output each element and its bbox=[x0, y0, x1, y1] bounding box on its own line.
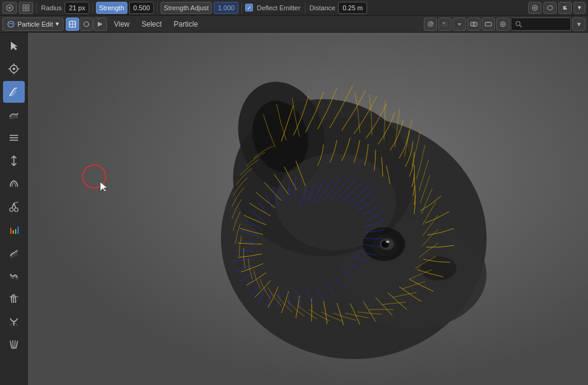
editor-type-button[interactable] bbox=[2, 2, 17, 14]
svg-point-50 bbox=[317, 213, 318, 215]
strength-section: Strength 0.500 bbox=[96, 2, 154, 14]
mode-chevron: ▾ bbox=[56, 20, 59, 28]
svg-point-52 bbox=[341, 219, 342, 221]
select-tool[interactable] bbox=[3, 35, 25, 57]
overlay-button[interactable] bbox=[467, 18, 481, 31]
svg-point-30 bbox=[10, 208, 13, 212]
view-menu[interactable]: View bbox=[109, 18, 135, 31]
svg-point-60 bbox=[311, 244, 312, 245]
particle-menu[interactable]: Particle bbox=[169, 18, 203, 31]
divider-3 bbox=[157, 2, 158, 13]
svg-rect-3 bbox=[27, 5, 29, 7]
deflect-emitter-checkbox[interactable]: ✓ bbox=[245, 4, 253, 11]
gravity-tool[interactable] bbox=[3, 334, 25, 355]
smooth-tool[interactable] bbox=[3, 104, 25, 126]
workspace-button[interactable] bbox=[19, 2, 33, 14]
app-icons bbox=[2, 2, 33, 14]
add-tool[interactable] bbox=[3, 127, 25, 149]
viewport-shading-look[interactable] bbox=[438, 18, 452, 31]
shading-button[interactable] bbox=[558, 2, 572, 14]
display-icon-3[interactable] bbox=[94, 18, 107, 31]
svg-point-12 bbox=[442, 21, 448, 27]
svg-rect-4 bbox=[23, 8, 25, 11]
svg-point-58 bbox=[353, 250, 354, 251]
svg-point-19 bbox=[516, 21, 520, 25]
svg-point-48 bbox=[386, 241, 389, 243]
display-icon-1[interactable] bbox=[66, 18, 79, 31]
mode-label: Particle Edit bbox=[18, 21, 53, 28]
search-bar[interactable] bbox=[511, 18, 571, 31]
comb-tool[interactable] bbox=[3, 81, 25, 103]
top-toolbar: Radius 21 px Strength 0.500 Strength Adj… bbox=[0, 0, 588, 16]
svg-point-1 bbox=[8, 7, 11, 9]
radius-section: Radius 21 px bbox=[40, 2, 89, 14]
cursor-tool[interactable] bbox=[3, 58, 25, 80]
distance-label: Distance bbox=[308, 4, 337, 11]
mode-dropdown[interactable]: Particle Edit ▾ bbox=[2, 18, 63, 31]
strength-adjust-button[interactable]: Strength Adjust bbox=[161, 2, 212, 14]
viewport-shading-solid[interactable] bbox=[424, 18, 437, 31]
deflect-emitter-section[interactable]: ✓ Deflect Emitter bbox=[245, 4, 301, 11]
svg-point-13 bbox=[443, 22, 445, 24]
svg-point-54 bbox=[365, 225, 366, 227]
radius-label: Radius bbox=[40, 4, 63, 11]
length-tool[interactable] bbox=[3, 150, 25, 172]
svg-point-51 bbox=[329, 225, 330, 227]
viewport[interactable] bbox=[28, 33, 588, 385]
delete-tool[interactable] bbox=[3, 288, 25, 309]
gizmo-button[interactable] bbox=[496, 18, 510, 31]
main-area bbox=[0, 33, 588, 385]
weight-tool[interactable] bbox=[3, 219, 25, 241]
radius-value[interactable]: 21 px bbox=[65, 2, 89, 14]
svg-point-10 bbox=[84, 22, 89, 27]
distance-value[interactable]: 0.25 m bbox=[338, 2, 367, 14]
display-icons bbox=[66, 18, 107, 31]
cut-tool[interactable] bbox=[3, 196, 25, 218]
relax-tool[interactable] bbox=[3, 265, 25, 286]
distance-section: Distance 0.25 m bbox=[308, 2, 367, 14]
svg-point-53 bbox=[353, 213, 354, 215]
scene-canvas bbox=[28, 33, 588, 385]
search-expand-button[interactable]: ▾ bbox=[572, 18, 586, 31]
svg-rect-17 bbox=[485, 22, 491, 26]
straighten-tool[interactable] bbox=[3, 242, 25, 264]
xray-button[interactable] bbox=[482, 18, 495, 31]
svg-point-56 bbox=[329, 250, 330, 251]
second-toolbar: Particle Edit ▾ View Select Particle bbox=[0, 16, 588, 33]
viewport-shading-render[interactable] bbox=[453, 18, 466, 31]
svg-rect-2 bbox=[23, 5, 25, 7]
puff-tool[interactable] bbox=[3, 173, 25, 195]
divider-1 bbox=[36, 2, 37, 13]
divider-4 bbox=[241, 2, 242, 13]
options-dropdown-button[interactable]: ▾ bbox=[574, 2, 586, 14]
divider-2 bbox=[92, 2, 93, 13]
display-icon-2[interactable] bbox=[80, 18, 93, 31]
svg-point-55 bbox=[317, 238, 318, 239]
right-icons: ▾ bbox=[424, 18, 586, 31]
svg-point-59 bbox=[305, 225, 306, 227]
left-toolbar bbox=[0, 33, 28, 385]
strength-button[interactable]: Strength bbox=[96, 2, 127, 14]
merge-tool[interactable] bbox=[3, 311, 25, 332]
strength-adjust-section: Strength Adjust 1.000 bbox=[161, 2, 238, 14]
svg-point-57 bbox=[341, 244, 342, 245]
svg-point-21 bbox=[13, 68, 15, 70]
svg-point-8 bbox=[8, 21, 14, 27]
strength-value[interactable]: 0.500 bbox=[129, 2, 155, 14]
svg-point-31 bbox=[14, 208, 18, 212]
divider-5 bbox=[305, 2, 305, 13]
svg-point-7 bbox=[534, 7, 536, 8]
svg-rect-5 bbox=[27, 8, 29, 11]
scene-button[interactable] bbox=[543, 2, 557, 14]
deflect-emitter-label: Deflect Emitter bbox=[255, 4, 301, 11]
render-settings-button[interactable] bbox=[528, 2, 542, 14]
select-menu[interactable]: Select bbox=[137, 18, 167, 31]
strength-adjust-value[interactable]: 1.000 bbox=[214, 2, 239, 14]
